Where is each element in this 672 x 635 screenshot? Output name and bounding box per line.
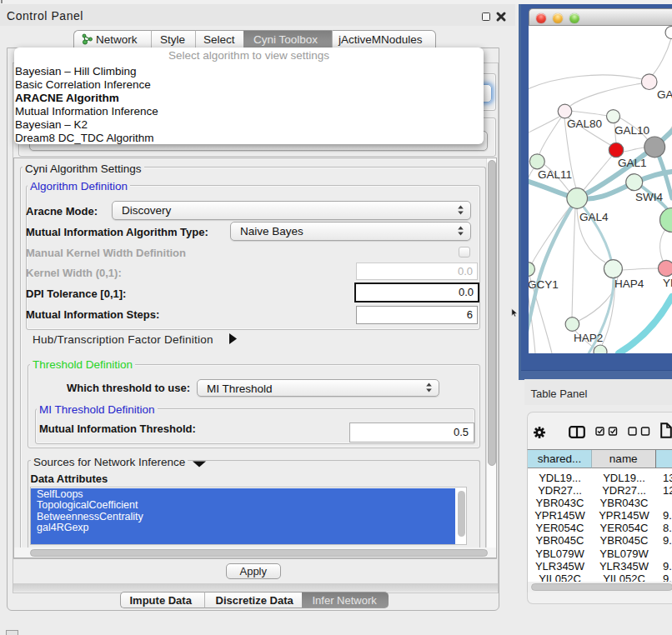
svg-text:YM: YM [663, 277, 672, 289]
svg-text:GAL80: GAL80 [567, 118, 602, 130]
svg-text:GAL4: GAL4 [579, 211, 609, 223]
svg-text:GAL2: GAL2 [657, 88, 672, 101]
svg-text:GAL10: GAL10 [614, 124, 649, 137]
svg-text:SWI4: SWI4 [635, 191, 663, 203]
svg-text:HAP4: HAP4 [614, 278, 644, 290]
svg-text:GAL11: GAL11 [538, 168, 572, 181]
svg-text:GAL1: GAL1 [618, 157, 647, 169]
svg-text:GCY1: GCY1 [529, 278, 559, 291]
svg-text:HAP2: HAP2 [574, 332, 603, 344]
